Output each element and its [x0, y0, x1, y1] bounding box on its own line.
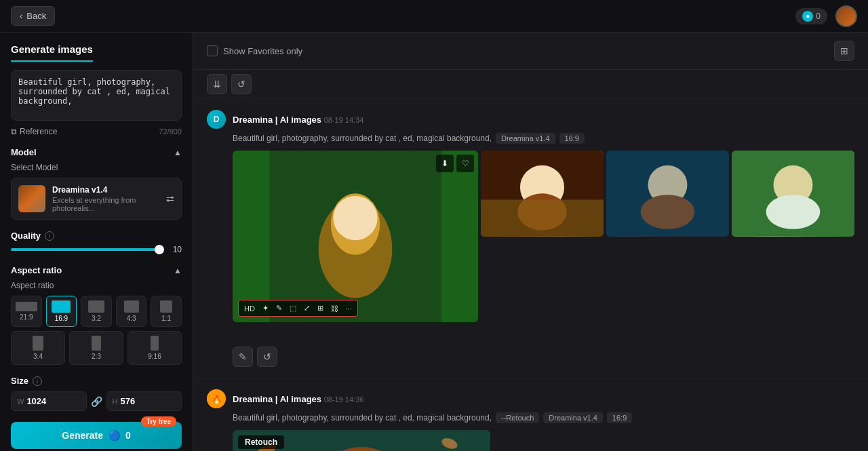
aspect-btn-9-16[interactable]: 9:16	[127, 331, 182, 365]
gen-2-date: 08-19 14:36	[324, 395, 364, 404]
sort-desc-button[interactable]: ⇊	[207, 74, 227, 94]
gen-1-avatar: D	[207, 110, 226, 129]
gen-2-header: 🔥 Dreamina | AI images 08-19 14:36	[207, 389, 854, 408]
sidebar-title: Generate images	[11, 43, 93, 62]
reference-label: Reference	[20, 127, 57, 136]
sep-row: ⇊ ↺	[193, 70, 868, 99]
topbar: ‹ Back ● 0	[0, 0, 868, 33]
main-layout: Generate images Beautiful girl, photogra…	[0, 33, 868, 451]
quality-info-icon: i	[45, 231, 54, 241]
expand-button[interactable]: ⤢	[301, 302, 313, 314]
gen-1-image-4[interactable]	[732, 151, 854, 322]
aspect-btn-4-3[interactable]: 4:3	[116, 296, 147, 327]
model-info: Dreamina v1.4 Excels at everything from …	[52, 185, 159, 212]
grid-button[interactable]: ⊞	[315, 302, 326, 314]
svg-rect-9	[481, 199, 604, 236]
height-input[interactable]	[120, 396, 176, 406]
gen-1-edit-button[interactable]: ✎	[233, 347, 253, 367]
aspect-shape-4-3	[124, 300, 139, 313]
size-header: Size i	[11, 376, 182, 386]
gen-1-image-3[interactable]	[606, 151, 729, 322]
back-label: Back	[26, 11, 46, 21]
sort-asc-button[interactable]: ↺	[231, 74, 252, 94]
gen-2-info: Dreamina | AI images 08-19 14:36	[233, 394, 363, 404]
more-button[interactable]: ···	[343, 302, 355, 314]
show-favorites-checkbox[interactable]	[207, 45, 218, 56]
prompt-input[interactable]: Beautiful girl, photography, surrounded …	[11, 70, 182, 121]
model-section-title: Model	[11, 147, 37, 157]
gen-1-image-3-canvas	[606, 151, 729, 237]
aspect-ratio-chevron-icon: ▲	[174, 266, 182, 275]
aspect-ratio-section-header: Aspect ratio ▲	[11, 265, 182, 275]
gen-1-image-toolbar: HD ✦ ✎ ⬚ ⤢ ⊞ ⛓ ···	[238, 300, 358, 317]
model-chevron-icon: ▲	[174, 148, 182, 157]
gen-1-model-tag: Dreamina v1.4	[496, 133, 555, 144]
width-input[interactable]	[26, 396, 80, 406]
gen-1-images-row: HD ✦ ✎ ⬚ ⤢ ⊞ ⛓ ··· ⬇ ♡ ↑	[233, 151, 854, 322]
model-settings-button[interactable]: ⇄	[166, 193, 174, 204]
gen-2-prompt: Beautiful girl, photography, surrounded …	[233, 412, 854, 423]
gen-1-image-1[interactable]: HD ✦ ✎ ⬚ ⤢ ⊞ ⛓ ··· ⬇ ♡ ↑	[233, 151, 478, 322]
gen-1-ratio-tag: 16:9	[559, 133, 585, 144]
svg-rect-13	[606, 151, 729, 237]
topbar-right: ● 0	[795, 5, 857, 27]
hd-button[interactable]: HD	[241, 302, 258, 314]
model-thumbnail	[18, 185, 45, 212]
try-free-badge: Try free	[141, 416, 176, 427]
enhance-button[interactable]: ✦	[260, 302, 271, 314]
width-prefix: W	[17, 397, 24, 406]
back-chevron: ‹	[20, 11, 22, 21]
aspect-btn-21-9[interactable]: 21:9	[11, 296, 42, 327]
reference-icon: ⧉	[11, 127, 17, 136]
reference-button[interactable]: ⧉ Reference	[11, 127, 57, 136]
credits-value: 0	[816, 12, 821, 21]
generate-label: Generate	[62, 430, 103, 441]
quality-section: Quality i 10	[11, 231, 182, 254]
width-field: W	[11, 391, 87, 411]
aspect-ratio-section: Aspect ratio ▲ Aspect ratio 21:9 16:9 3:…	[11, 265, 182, 365]
height-prefix: H	[113, 397, 118, 406]
model-name: Dreamina v1.4	[52, 185, 159, 195]
size-inputs: W 🔗 H	[11, 391, 182, 411]
gen-1-image-2[interactable]	[481, 151, 604, 322]
aspect-btn-2-3[interactable]: 2:3	[69, 331, 123, 365]
gen-1-footer: ✎ ↺	[233, 347, 854, 367]
aspect-btn-16-9[interactable]: 16:9	[46, 296, 77, 327]
quality-header: Quality i	[11, 231, 182, 241]
gen-1-info: Dreamina | AI images 08-19 14:34	[233, 115, 363, 125]
crop-button[interactable]: ⬚	[287, 302, 299, 314]
svg-text:🔥: 🔥	[212, 394, 222, 404]
back-button[interactable]: ‹ Back	[11, 6, 55, 26]
aspect-ratio-label: Aspect ratio	[11, 281, 182, 290]
gen-1-header: D Dreamina | AI images 08-19 14:34	[207, 110, 854, 129]
aspect-btn-3-4[interactable]: 3:4	[11, 331, 65, 365]
aspect-ratio-title: Aspect ratio	[11, 265, 62, 275]
aspect-shape-9-16	[151, 336, 159, 351]
aspect-shape-16-9	[52, 300, 71, 313]
aspect-btn-1-1[interactable]: 1:1	[151, 296, 182, 327]
quality-slider[interactable]	[11, 248, 164, 251]
download-button-1[interactable]: ⬇	[436, 155, 454, 172]
favorite-button-1[interactable]: ♡	[456, 155, 474, 172]
gen-2-source: Dreamina | AI images	[233, 394, 321, 404]
edit-button[interactable]: ✎	[273, 302, 285, 314]
grid-view-button[interactable]: ⊞	[834, 41, 854, 61]
size-section: Size i W 🔗 H	[11, 376, 182, 411]
generation-block-2: 🔥 Dreamina | AI images 08-19 14:36 Beaut…	[193, 378, 868, 451]
quality-label: Quality	[11, 231, 41, 241]
gen-1-refresh-button[interactable]: ↺	[257, 347, 277, 367]
aspect-shape-3-2	[88, 300, 104, 313]
size-label: Size	[11, 376, 28, 386]
aspect-btn-3-2[interactable]: 3:2	[81, 296, 112, 327]
svg-rect-4	[233, 151, 269, 322]
gen-2-image-container[interactable]: Retouch	[233, 430, 490, 451]
link-button[interactable]: ⛓	[328, 302, 341, 314]
char-count: 72/800	[159, 128, 182, 136]
gen-1-image-1-actions: ⬇ ♡	[436, 155, 474, 172]
content-header: Show Favorites only ⊞	[193, 33, 868, 70]
svg-rect-5	[441, 151, 478, 322]
user-avatar[interactable]	[835, 5, 857, 27]
gen-2-retouch-tag: --Retouch	[496, 412, 539, 423]
gen-2-model-tag: Dreamina v1.4	[543, 412, 603, 423]
aspect-shape-21-9	[16, 302, 37, 311]
